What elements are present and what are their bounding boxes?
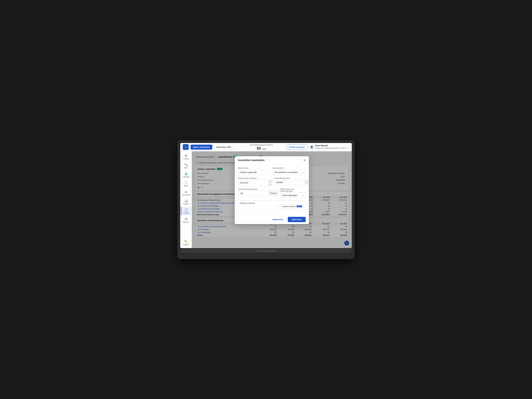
date-selector[interactable]: Dezember 2022 ⌄ [214,145,236,149]
nutzungsdauer-input[interactable] [238,191,268,196]
anschaffungskosten-unit: € [305,180,309,185]
sidebar-item-bwa[interactable]: 🔍 BWA [181,162,191,170]
trial-days: 30 [256,146,261,150]
sidebar-label-bilanz: Bilanz [184,185,188,187]
abgang-label: Abgang (optional) [240,202,304,204]
bwa-label: BWA-Position für Abschreibungen [280,188,306,192]
nutzungsdauer-unit: Monate [268,191,278,196]
nutzungsdauer-bwa-row: Geplante Nutzungsdauer Monate BWA-Positi… [238,188,306,198]
bezeichnung-bilanz-row: Bezeichnung Bilanzposition Grundstücke u… [238,167,306,175]
kennzahlen-icon: ◎ [185,190,187,194]
user-name: Klaus Bassek [315,145,346,147]
sidebar-item-cockpit[interactable]: ⊞ Cockpit [181,153,191,161]
content-area: Planungsübersicht | Investitionen NEU | … [192,151,352,248]
sidebar-label-support: Support [183,244,189,246]
sidebar-label-planung: Planung [183,212,189,214]
user-company: Wagner Produktionsbetriebe GmbH [315,147,346,150]
sidebar-label-kennzahlen: Kennzahlen [182,194,190,196]
sidebar-item-liquiditaet[interactable]: 💧 Liquidität [181,171,191,179]
abgang-plus-icon: + [281,205,282,207]
bezeichnung-label: Bezeichnung [238,167,271,169]
modal-overlay: Investition bearbeiten ✕ Bezeichnung Bi [192,151,352,248]
sidebar-label-liquiditaet: Liquidität [183,176,189,178]
nutzungsdauer-label: Geplante Nutzungsdauer [238,188,279,190]
logo-button[interactable] [183,144,189,150]
liquiditaet-icon: 💧 [184,172,188,176]
date-chevron-icon: ⌄ [233,146,234,148]
sidebar-label-berichte: Berichte [183,221,189,223]
bilanzposition-select-wrapper: Grundstücke und Bauten [273,170,306,175]
bilanzposition-group: Bilanzposition Grundstücke und Bauten [273,167,306,175]
sidebar-item-planung[interactable]: 📋 Planung [181,207,191,215]
sidebar-label-cockpit: Cockpit [183,158,189,160]
anschaffungskosten-group: Anschaffungskosten € [274,177,309,186]
laptop-frame: Daten einspielen Dezember 2022 ⌄ Ihr Pro… [177,140,355,259]
support-icon: ✏️ [184,240,188,243]
speichern-button[interactable]: Speichern [288,217,306,222]
bezeichnung-group: Bezeichnung [238,167,271,175]
user-chevron-icon: ⌄ [347,146,349,149]
anschaffungskosten-input[interactable] [274,180,305,185]
laptop-base [180,249,352,253]
modal-title: Investition bearbeiten [238,159,265,162]
trial-info: Ihr Probezeitraum endet in 30 Tagen [238,144,285,150]
sidebar-item-analyse[interactable]: 📊 Analyse [181,198,191,206]
stepper-up[interactable]: ▲ [269,180,272,183]
daten-einspielen-button[interactable]: Daten einspielen [190,145,212,150]
modal-body: Bezeichnung Bilanzposition Grundstücke u… [235,165,309,215]
sidebar: ⊞ Cockpit 🔍 BWA 💧 Liquidität 📄 Bilanz ◎ [180,151,192,248]
user-avatar-icon: 👤 [309,145,314,149]
anschaffungskosten-input-wrapper: € [274,180,309,185]
modal-footer: Abbrechen Speichern [235,215,309,224]
bald-badge: BALD [297,205,302,207]
stepper-down[interactable]: ▼ [269,183,272,186]
nutzungsdauer-input-wrapper: Monate [238,191,279,196]
laptop-screen: Daten einspielen Dezember 2022 ⌄ Ihr Pro… [180,143,352,248]
trial-text: Ihr Probezeitraum endet in [238,144,285,146]
bwa-icon: 🔍 [184,163,188,166]
bilanz-icon: 📄 [184,181,188,184]
sidebar-item-berichte[interactable]: 📰 Berichte [181,216,191,224]
zeitpunkt-stepper[interactable]: ▲ ▼ [268,180,272,186]
abgang-erfassen-button[interactable]: + Abgang erfassen BALD [279,205,304,208]
sidebar-label-bwa: BWA [184,167,188,169]
anschaffungskosten-label: Anschaffungskosten [274,177,309,179]
zeitpunkt-label: Zeitpunkt der Investition [238,177,272,179]
investition-bearbeiten-modal: Investition bearbeiten ✕ Bezeichnung Bi [235,156,309,224]
berichte-icon: 📰 [184,217,188,221]
abgang-btn-label: Abgang erfassen [283,205,296,207]
bezeichnung-input[interactable] [238,170,271,175]
main-layout: ⊞ Cockpit 🔍 BWA 💧 Liquidität 📄 Bilanz ◎ [180,151,352,248]
zeitpunkt-input[interactable] [238,180,268,185]
sidebar-item-kennzahlen[interactable]: ◎ Kennzahlen [181,189,191,197]
abbrechen-button[interactable]: Abbrechen [270,217,286,222]
modal-close-button[interactable]: ✕ [303,159,306,162]
date-value: Dezember 2022 [216,146,231,148]
analyse-icon: 📊 [184,199,188,203]
preise-ansehen-button[interactable]: Preise ansehen [287,145,307,150]
sidebar-item-support[interactable]: ✏️ Support [181,238,191,247]
laptop-base-notch [256,250,276,252]
top-bar: Daten einspielen Dezember 2022 ⌄ Ihr Pro… [180,143,352,151]
bwa-select-wrapper: Abschreibungen [280,193,306,198]
planung-icon: 📋 [184,208,188,212]
bwa-group: BWA-Position für Abschreibungen Abschrei… [280,188,306,198]
sidebar-label-analyse: Analyse [183,203,189,205]
cockpit-icon: ⊞ [185,154,187,158]
bilanzposition-label: Bilanzposition [273,167,306,169]
bilanzposition-select[interactable]: Grundstücke und Bauten [273,170,306,175]
nutzungsdauer-group: Geplante Nutzungsdauer Monate [238,188,279,198]
user-area[interactable]: 👤 Klaus Bassek Wagner Produktionsbetrieb… [309,145,349,149]
zeitpunkt-input-wrapper: ▲ ▼ [238,180,272,186]
bwa-select[interactable]: Abschreibungen [280,193,306,198]
abgang-area: Abgang (optional) + Abgang erfassen BALD [238,200,306,210]
zeitpunkt-group: Zeitpunkt der Investition ▲ ▼ [238,177,272,186]
zeitpunkt-anschaffung-row: Zeitpunkt der Investition ▲ ▼ [238,177,306,186]
sidebar-item-bilanz[interactable]: 📄 Bilanz [181,180,191,188]
modal-header: Investition bearbeiten ✕ [235,156,309,165]
